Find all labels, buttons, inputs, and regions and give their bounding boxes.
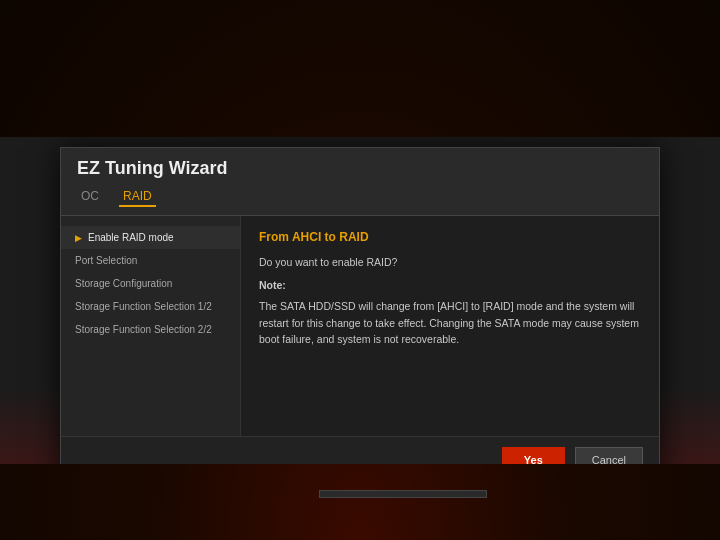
wizard-sidebar: ▶ Enable RAID mode Port Selection Storag… xyxy=(61,216,241,436)
sidebar-item-label: Enable RAID mode xyxy=(88,232,174,243)
cancel-button[interactable]: Cancel xyxy=(575,447,643,464)
raid-note-text: The SATA HDD/SSD will change from [AHCI]… xyxy=(259,298,641,348)
wizard-title-bar: EZ Tuning Wizard OC RAID xyxy=(61,148,659,216)
sidebar-item-label: Storage Configuration xyxy=(75,278,172,289)
yes-button[interactable]: Yes xyxy=(502,447,565,464)
raid-body: Do you want to enable RAID? Note: The SA… xyxy=(259,254,641,348)
wizard-tabs: OC RAID xyxy=(77,187,643,207)
arrow-icon: ▶ xyxy=(75,233,82,243)
sidebar-item-label: Port Selection xyxy=(75,255,137,266)
content-area: EZ Tuning Wizard OC RAID ▶ Enable RAID m… xyxy=(0,137,720,464)
progress-bar xyxy=(319,490,487,498)
sidebar-item-storage-fn1[interactable]: Storage Function Selection 1/2 xyxy=(61,295,240,318)
sidebar-item-storage-fn2[interactable]: Storage Function Selection 2/2 xyxy=(61,318,240,341)
raid-question: Do you want to enable RAID? xyxy=(259,254,641,271)
wizard-title: EZ Tuning Wizard xyxy=(77,158,643,179)
wizard-body: ▶ Enable RAID mode Port Selection Storag… xyxy=(61,216,659,436)
raid-section-title: From AHCI to RAID xyxy=(259,230,641,244)
sidebar-item-storage-config[interactable]: Storage Configuration xyxy=(61,272,240,295)
sidebar-item-label: Storage Function Selection 1/2 xyxy=(75,301,212,312)
ez-tuning-wizard-modal: EZ Tuning Wizard OC RAID ▶ Enable RAID m… xyxy=(60,147,660,464)
tab-raid[interactable]: RAID xyxy=(119,187,156,207)
sidebar-item-label: Storage Function Selection 2/2 xyxy=(75,324,212,335)
note-label: Note: xyxy=(259,279,286,291)
sidebar-item-enable-raid[interactable]: ▶ Enable RAID mode xyxy=(61,226,240,249)
sidebar-item-port-selection[interactable]: Port Selection xyxy=(61,249,240,272)
tab-oc[interactable]: OC xyxy=(77,187,103,207)
wizard-footer: Yes Cancel xyxy=(61,436,659,464)
wizard-content: From AHCI to RAID Do you want to enable … xyxy=(241,216,659,436)
